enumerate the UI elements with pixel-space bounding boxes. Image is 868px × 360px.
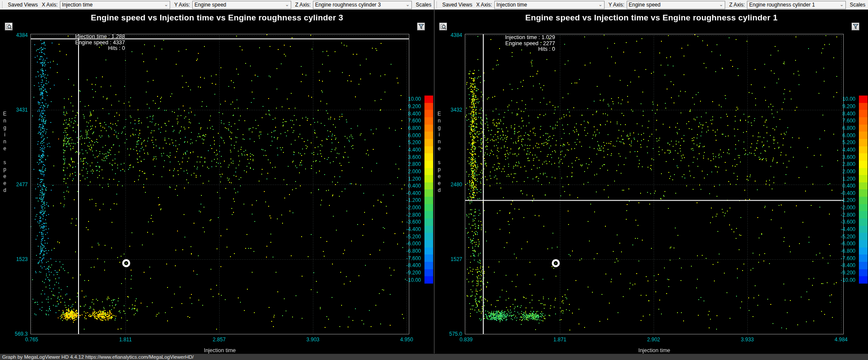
x-axis-select[interactable]: Injection time ⌄	[494, 1, 605, 9]
color-scale-tick-label: 6.000	[825, 132, 855, 139]
color-scale-tick-label: 3.600	[391, 154, 421, 160]
color-scale-tick-label: 6.000	[391, 132, 421, 139]
zoom-tool-icon[interactable]	[5, 23, 13, 30]
color-scale-tick-label: 6.800	[391, 125, 421, 131]
chart-title: Engine speed vs Injection time vs Engine…	[434, 13, 868, 23]
z-axis-selected-value: Engine roughness cylinder 3	[315, 2, 381, 8]
x-axis-select[interactable]: Injection time ⌄	[60, 1, 171, 9]
megalogviewer-window: Saved Views X Axis: Injection time ⌄ Y A…	[0, 0, 868, 360]
z-axis-select[interactable]: Engine roughness cylinder 3 ⌄	[313, 1, 412, 9]
z-axis-selected-value: Engine roughness cylinder 1	[749, 2, 815, 8]
y-tick-label: 2480	[435, 182, 462, 188]
color-scale-tick-label: 2.800	[825, 161, 855, 167]
y-axis-selected-value: Engine speed	[629, 2, 661, 8]
y-axis-selected-value: Engine speed	[194, 2, 226, 8]
y-tick-label: 3432	[435, 107, 462, 113]
scales-menu[interactable]: Scales	[416, 2, 431, 8]
z-axis-select[interactable]: Engine roughness cylinder 1 ⌄	[747, 1, 846, 9]
color-scale-tick-label: -2.800	[391, 212, 421, 218]
filter-button[interactable]	[852, 23, 859, 30]
x-axis-label: X Axis:	[476, 2, 492, 8]
color-scale-tick-label: -8.400	[825, 262, 855, 268]
status-bar: Graph by MegaLogViewer HD 4.4.12 https:/…	[0, 353, 868, 360]
x-tick-label: 2.902	[641, 337, 667, 343]
color-scale-tick-label: 7.600	[825, 118, 855, 124]
color-scale-tick-label: -1.200	[391, 197, 421, 203]
color-scale-tick-label: 10.00	[391, 96, 421, 102]
color-scale-tick-label: -5.200	[391, 234, 421, 240]
y-tick-label: 575.0	[435, 331, 462, 337]
color-scale-tick-label: 4.400	[391, 147, 421, 153]
x-tick-label: 0.839	[453, 337, 479, 343]
color-scale-tick-label: -6.800	[825, 248, 855, 254]
x-tick-label: 1.811	[112, 337, 138, 343]
color-scale-tick-label: -6.800	[391, 248, 421, 254]
color-scale-tick-label: 5.200	[391, 139, 421, 145]
chevron-down-icon: ⌄	[406, 2, 410, 7]
x-tick-label: 4.984	[828, 337, 854, 343]
saved-views-menu[interactable]: Saved Views	[8, 2, 38, 8]
color-scale-tick-label: 0.400	[825, 183, 855, 189]
x-axis-selected-value: Injection time	[496, 2, 527, 8]
color-scale-tick-label: 2.000	[391, 168, 421, 175]
x-tick-label: 0.765	[19, 337, 45, 343]
y-axis-select[interactable]: Engine speed ⌄	[192, 1, 291, 9]
zoom-tool-icon[interactable]	[439, 23, 447, 30]
funnel-icon	[853, 24, 858, 29]
chevron-down-icon: ⌄	[719, 2, 723, 7]
y-axis-select[interactable]: Engine speed ⌄	[627, 1, 726, 9]
x-tick-label: 3.903	[300, 337, 326, 343]
color-scale-tick-label: -4.400	[391, 226, 421, 232]
color-scale-tick-label: -2.000	[825, 205, 855, 211]
color-scale-labels: 10.009.2008.4007.6006.8006.0005.2004.400…	[825, 96, 857, 284]
y-tick-label: 3431	[1, 107, 28, 113]
saved-views-menu[interactable]: Saved Views	[442, 2, 472, 8]
chart-area: Engine speed vs Injection time vs Engine…	[0, 10, 434, 353]
color-scale-tick-label: -6.000	[391, 241, 421, 247]
color-scale-tick-label: -7.600	[391, 255, 421, 261]
y-tick-label: 2477	[1, 182, 28, 188]
color-scale-bar	[424, 96, 433, 284]
color-scale-tick-label: -9.200	[825, 270, 855, 276]
color-scale-tick-label: 7.600	[391, 118, 421, 124]
color-scale-tick-label: -1.200	[825, 197, 855, 203]
color-scale-bar	[859, 96, 868, 284]
color-scale-tick-label: -10.00	[825, 277, 855, 283]
color-scale-tick-label: 9.200	[825, 103, 855, 109]
color-scale-tick-label: 9.200	[391, 103, 421, 109]
x-axis-title: Injection time	[465, 347, 844, 353]
plot-canvas[interactable]	[434, 10, 868, 353]
chevron-down-icon: ⌄	[840, 2, 844, 7]
plot-canvas[interactable]	[0, 10, 434, 353]
filter-button[interactable]	[417, 23, 425, 30]
color-scale-tick-label: -9.200	[391, 270, 421, 276]
x-axis-label: X Axis:	[42, 2, 58, 8]
color-scale-tick-label: -0.400	[825, 190, 855, 196]
color-scale-tick-label: 0.400	[391, 183, 421, 189]
color-scale-tick-label: -5.200	[825, 234, 855, 240]
chevron-down-icon: ⌄	[285, 2, 289, 7]
color-scale-tick-label: 2.800	[391, 161, 421, 167]
scales-menu[interactable]: Scales	[850, 2, 865, 8]
color-scale-tick-label: -0.400	[391, 190, 421, 196]
y-tick-label: 4384	[435, 32, 462, 38]
x-tick-label: 1.871	[547, 337, 573, 343]
color-scale-tick-label: 8.400	[391, 111, 421, 117]
z-axis-label: Z Axis:	[295, 2, 311, 8]
status-text: Graph by MegaLogViewer HD 4.4.12 https:/…	[2, 354, 194, 360]
color-scale-tick-label: 2.000	[825, 168, 855, 175]
chevron-down-icon: ⌄	[598, 2, 602, 7]
chart-panel-right: Saved Views X Axis: Injection time ⌄ Y A…	[434, 0, 868, 353]
color-scale-tick-label: -7.600	[825, 255, 855, 261]
magnifier-icon	[6, 24, 12, 30]
color-scale-tick-label: -3.600	[391, 219, 421, 225]
color-scale-tick-label: -3.600	[825, 219, 855, 225]
color-scale-tick-label: -2.800	[825, 212, 855, 218]
chevron-down-icon: ⌄	[164, 2, 168, 7]
color-scale-tick-label: 3.600	[825, 154, 855, 160]
x-tick-label: 3.933	[734, 337, 760, 343]
chart-panel-left: Saved Views X Axis: Injection time ⌄ Y A…	[0, 0, 434, 353]
x-axis-title: Injection time	[30, 347, 409, 353]
y-tick-label: 1527	[435, 256, 462, 262]
y-axis-label: Y Axis:	[174, 2, 190, 8]
